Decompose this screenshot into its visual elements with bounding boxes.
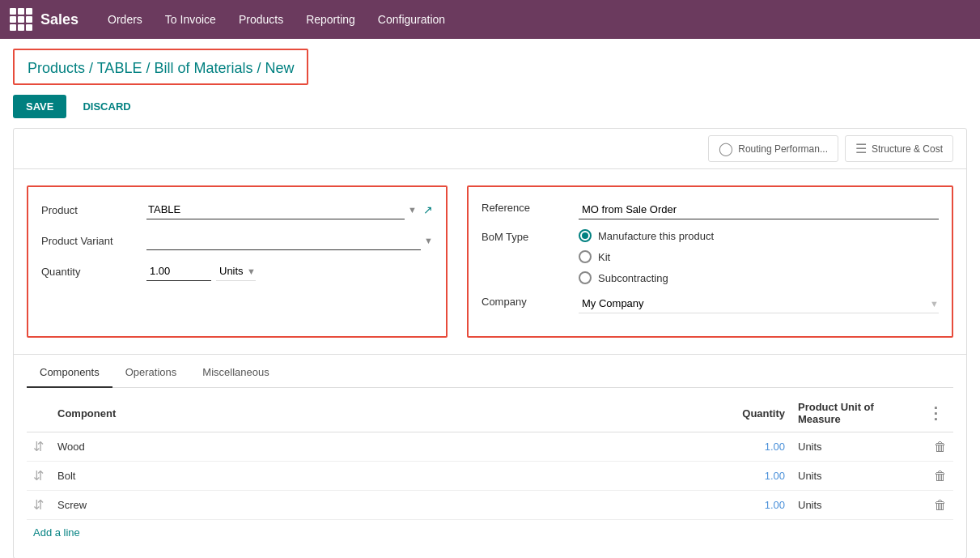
tab-miscellaneous[interactable]: Miscellaneous <box>189 358 282 388</box>
tabs-area: Components Operations Miscellaneous <box>14 354 966 388</box>
col-menu-header: ⋮ <box>921 394 953 432</box>
list-icon: ☰ <box>855 141 867 156</box>
reference-row: Reference <box>482 200 939 219</box>
company-field: ▼ <box>579 294 939 313</box>
product-label: Product <box>41 204 146 216</box>
col-component-header: Component <box>51 394 727 432</box>
uom-bolt: Units <box>791 462 921 491</box>
bom-option-subcontracting[interactable]: Subcontracting <box>579 271 939 284</box>
structure-label: Structure & Cost <box>872 143 943 155</box>
quantity-label: Quantity <box>41 266 146 278</box>
col-handle-header <box>27 394 51 432</box>
product-row: Product ▼ ↗ <box>41 200 433 219</box>
bom-option-kit-label: Kit <box>598 251 610 263</box>
company-row: Company ▼ <box>482 294 939 313</box>
delete-icon-bolt[interactable]: 🗑 <box>934 469 947 483</box>
add-line-button[interactable]: Add a line <box>27 520 87 545</box>
table-row: ⇵ Wood 1.00 Units 🗑 <box>27 432 953 462</box>
nav-item-products[interactable]: Products <box>229 8 293 31</box>
reference-input[interactable] <box>579 200 939 219</box>
nav-item-to-invoice[interactable]: To Invoice <box>155 8 226 31</box>
save-button[interactable]: SAVE <box>13 95 66 118</box>
quantity-row: Quantity Units ▼ <box>41 262 433 281</box>
product-dropdown-arrow: ▼ <box>408 205 417 215</box>
top-navigation: Sales Orders To Invoice Products Reporti… <box>0 0 980 39</box>
quantity-field: Units ▼ <box>146 262 256 281</box>
quantity-input[interactable] <box>146 262 211 281</box>
uom-screw: Units <box>791 491 921 520</box>
quantity-screw: 1.00 <box>727 491 791 520</box>
structure-cost-button[interactable]: ☰ Structure & Cost <box>845 135 953 162</box>
units-dropdown-arrow: ▼ <box>247 266 256 276</box>
tab-components[interactable]: Components <box>27 358 112 388</box>
bom-option-manufacture-label: Manufacture this product <box>598 230 714 242</box>
row-handle-screw[interactable]: ⇵ <box>27 491 51 520</box>
col-quantity-header: Quantity <box>727 394 791 432</box>
form-area: Product ▼ ↗ Product Variant ▼ <box>14 169 966 354</box>
form-right: Reference BoM Type Manufacture this prod… <box>467 185 953 338</box>
component-name-screw: Screw <box>51 491 727 520</box>
action-bar: SAVE DISCARD <box>0 95 980 128</box>
product-variant-label: Product Variant <box>41 235 146 247</box>
bom-type-row: BoM Type Manufacture this product Kit Su… <box>482 229 939 284</box>
bom-type-options: Manufacture this product Kit Subcontract… <box>579 229 939 284</box>
delete-icon-screw[interactable]: 🗑 <box>934 498 947 512</box>
uom-wood: Units <box>791 432 921 462</box>
bom-radio-kit[interactable] <box>579 250 592 263</box>
form-left: Product ▼ ↗ Product Variant ▼ <box>27 185 448 338</box>
quantity-wood: 1.00 <box>727 432 791 462</box>
delete-bolt[interactable]: 🗑 <box>921 462 953 491</box>
nav-item-reporting[interactable]: Reporting <box>296 8 365 31</box>
tab-operations[interactable]: Operations <box>112 358 190 388</box>
sort-handle-icon[interactable]: ⇵ <box>33 469 44 483</box>
sort-handle-icon[interactable]: ⇵ <box>33 498 44 512</box>
tabs-list: Components Operations Miscellaneous <box>27 358 953 388</box>
reference-label: Reference <box>482 200 579 214</box>
bom-type-label: BoM Type <box>482 229 579 243</box>
col-uom-header: Product Unit of Measure <box>791 394 921 432</box>
delete-screw[interactable]: 🗑 <box>921 491 953 520</box>
nav-item-configuration[interactable]: Configuration <box>368 8 455 31</box>
units-select[interactable]: Units <box>216 262 247 280</box>
table-area: Component Quantity Product Unit of Measu… <box>14 394 966 558</box>
component-label-wood: Wood <box>57 441 85 453</box>
sort-handle-icon[interactable]: ⇵ <box>33 440 44 454</box>
product-input[interactable] <box>146 200 405 219</box>
nav-item-orders[interactable]: Orders <box>98 8 152 31</box>
delete-wood[interactable]: 🗑 <box>921 432 953 462</box>
discard-button[interactable]: DISCARD <box>73 95 140 118</box>
company-chevron-icon: ▼ <box>930 299 939 309</box>
component-name-bolt: Bolt <box>51 462 727 491</box>
product-variant-input[interactable] <box>146 231 421 250</box>
company-label: Company <box>482 294 579 308</box>
company-dropdown: ▼ <box>579 294 939 313</box>
main-content: ◯ Routing Performan... ☰ Structure & Cos… <box>13 128 967 558</box>
component-label-screw: Screw <box>57 499 87 511</box>
breadcrumb: Products / TABLE / Bill of Materials / N… <box>13 49 308 85</box>
product-external-link-icon[interactable]: ↗ <box>423 203 433 216</box>
bom-option-kit[interactable]: Kit <box>579 250 939 263</box>
variant-dropdown-arrow: ▼ <box>424 236 433 245</box>
bom-option-subcontracting-label: Subcontracting <box>598 272 668 284</box>
routing-label: Routing Performan... <box>738 143 828 155</box>
company-input[interactable] <box>579 294 930 313</box>
units-wrapper: Units ▼ <box>216 262 256 281</box>
nav-menu: Orders To Invoice Products Reporting Con… <box>98 8 455 31</box>
bom-radio-subcontracting[interactable] <box>579 271 592 284</box>
row-handle-wood[interactable]: ⇵ <box>27 432 51 462</box>
bom-option-manufacture[interactable]: Manufacture this product <box>579 229 939 242</box>
clock-icon: ◯ <box>719 141 733 156</box>
component-name-wood: Wood <box>51 432 727 462</box>
app-grid-icon[interactable] <box>10 8 32 31</box>
row-handle-bolt[interactable]: ⇵ <box>27 462 51 491</box>
table-row: ⇵ Bolt 1.00 Units 🗑 <box>27 462 953 491</box>
component-label-bolt: Bolt <box>57 470 75 482</box>
app-name: Sales <box>40 11 78 28</box>
product-variant-row: Product Variant ▼ <box>41 231 433 250</box>
bom-radio-manufacture[interactable] <box>579 229 592 242</box>
table-column-menu-icon[interactable]: ⋮ <box>927 404 944 422</box>
delete-icon-wood[interactable]: 🗑 <box>934 440 947 454</box>
routing-performance-button[interactable]: ◯ Routing Performan... <box>708 135 838 162</box>
product-field: ▼ ↗ <box>146 200 433 219</box>
product-variant-field: ▼ <box>146 231 433 250</box>
